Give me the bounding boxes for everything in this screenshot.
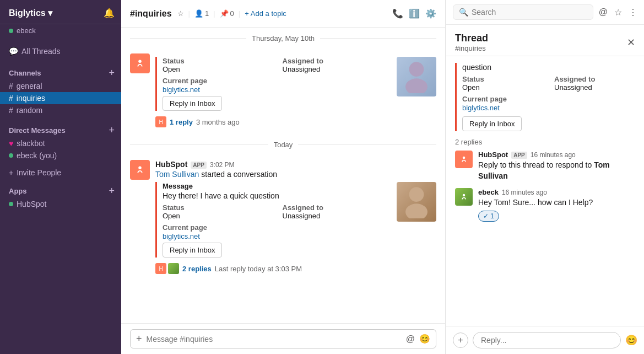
thread-input-plus-button[interactable]: + [453,332,468,348]
apps-section-header[interactable]: Apps + [0,184,121,198]
info-icon[interactable]: ℹ️ [409,8,420,19]
more-icon[interactable]: ⋮ [629,7,637,18]
channel-title: #inquiries [130,9,172,19]
current-page-link-old[interactable]: biglytics.net [163,85,200,94]
old-reply-time: 3 months ago [196,118,240,126]
all-threads-section: 💬 All Threads [0,40,121,62]
svg-point-0 [138,60,142,63]
notification-bell-icon[interactable]: 🔔 [104,8,115,18]
status-label: Status Open [163,57,272,73]
thread-card: question Status Open Assigned to Unassig… [455,63,635,131]
sender-name-today: HubSpot [155,160,187,169]
date-old-label: Thursday, May 10th [252,34,315,42]
header-actions: 📞 ℹ️ ⚙️ [392,8,436,19]
phone-icon[interactable]: 📞 [392,8,403,19]
message-label: Message [163,182,391,190]
old-card-content: Status Open Assigned to Unassigned Curre… [163,57,391,111]
today-reply-avatars: H [155,263,179,274]
dm-section-header[interactable]: Direct Messages + [0,123,121,137]
hash-icon: # [9,94,13,103]
workspace-name[interactable]: Biglytics ▾ [9,8,52,18]
emoji-icon[interactable]: 😊 [419,334,430,344]
thread-message-ebeck: ebeck 16 minutes ago Hey Tom! Sure... ho… [455,188,635,222]
old-reply-count[interactable]: 1 reply [170,118,193,126]
started-by-name[interactable]: Tom Sullivan [155,170,199,179]
input-plus-icon[interactable]: + [136,333,142,345]
settings-icon[interactable]: ⚙️ [425,8,436,19]
thread-question-label: question [462,63,635,72]
thread-msg-content-2: ebeck 16 minutes ago Hey Tom! Sure... ho… [478,188,635,222]
sidebar-item-general[interactable]: # general [0,80,121,92]
all-threads-label: All Threads [21,47,61,56]
online-status-dot [9,29,13,33]
sidebar-item-random[interactable]: # random [0,104,121,116]
thread-ebeck-avatar [455,188,473,206]
sidebar-item-ebeck[interactable]: ebeck (you) [0,149,121,162]
divider2: | [213,9,215,18]
add-app-button[interactable]: + [109,186,115,196]
message-block-old: Status Open Assigned to Unassigned Curre… [121,49,445,134]
thread-assigned: Assigned to Unassigned [554,75,635,92]
message-input-area: + @ 😊 [121,323,445,354]
divider: | [188,9,190,18]
thread-emoji-button[interactable]: 😊 [625,334,637,346]
sidebar-item-slackbot[interactable]: ♥ slackbot [0,137,121,149]
thread-title: Thread [455,33,488,44]
at-icon[interactable]: @ [406,334,415,344]
current-page-link-today[interactable]: biglytics.net [163,232,200,240]
thread-reply-input[interactable] [473,332,621,348]
message-input[interactable] [147,335,402,344]
heart-icon: ♥ [9,139,13,148]
pin-icon[interactable]: 📌 0 [220,9,234,18]
reply-inbox-button-today[interactable]: Reply in Inbox [163,243,222,258]
sidebar-item-inquiries[interactable]: # inquiries [0,92,121,104]
hubspot-avatar-today [130,160,150,180]
today-assigned: Assigned to Unassigned [283,203,392,220]
today-status: Status Open [163,203,272,220]
svg-point-4 [409,187,424,202]
thread-hubspot-avatar [455,151,473,168]
members-icon[interactable]: 👤 1 [194,9,209,18]
thread-channel-label: #inquiries [455,44,488,52]
user-name-label: ebeck [17,26,36,35]
hubspot-avatar-old [130,53,150,73]
at-sign-icon[interactable]: @ [599,7,608,17]
add-channel-button[interactable]: + [109,68,115,78]
plus-small-icon: + [245,9,249,18]
old-card-grid: Status Open Assigned to Unassigned [163,57,391,73]
checkmark-icon: ✓ [483,212,489,220]
search-box: 🔍 [453,4,593,20]
reply-inbox-button-old[interactable]: Reply in Inbox [163,96,222,111]
date-divider-today: Today [130,141,436,149]
mini-avatar-hubspot: H [155,116,166,127]
add-dm-button[interactable]: + [109,125,115,135]
sidebar-item-all-threads[interactable]: 💬 All Threads [0,44,121,59]
star-icon[interactable]: ☆ [177,9,184,18]
thread-replies-count: 2 replies [455,138,635,146]
search-input[interactable] [472,8,587,17]
input-actions: @ 😊 [406,334,430,344]
channels-section-header[interactable]: Channels + [0,66,121,80]
hash-icon: # [9,106,13,115]
thread-current-page: Current page biglytics.net [462,95,635,112]
invite-people-item[interactable]: + Invite People [0,165,121,180]
thread-reply-inbox-button[interactable]: Reply in Inbox [462,116,522,131]
today-message-content: HubSpot APP 3:02 PM Tom Sullivan started… [155,160,436,276]
reaction-badge[interactable]: ✓ 1 [478,211,499,222]
today-card-content: Message Hey there! I have a quick questi… [163,182,391,258]
message-text: Hey there! I have a quick question [163,191,391,200]
today-reply-count[interactable]: 2 replies [182,265,212,273]
thread-page-link[interactable]: biglytics.net [462,104,500,112]
add-topic-label[interactable]: + Add a topic [245,9,286,18]
thread-msg-text-2: Hey Tom! Sure... how can I Help? [478,197,635,208]
main-content: #inquiries ☆ | 👤 1 | 📌 0 | + Add a topic… [121,0,446,354]
svg-point-3 [138,167,142,170]
messages-area: Thursday, May 10th Status Open [121,28,445,323]
channels-section: Channels + # general # inquiries # rando… [0,62,121,120]
thread-close-button[interactable]: ✕ [627,36,635,49]
star-icon-top[interactable]: ☆ [614,7,622,18]
sidebar-item-hubspot[interactable]: HubSpot [0,198,121,210]
thread-panel: 🔍 @ ☆ ⋮ Thread #inquiries ✕ question Sta… [446,0,644,354]
thread-msg-text-1: Reply to this thread to respond to Tom S… [478,160,635,181]
chevron-down-icon: ▾ [48,8,52,18]
